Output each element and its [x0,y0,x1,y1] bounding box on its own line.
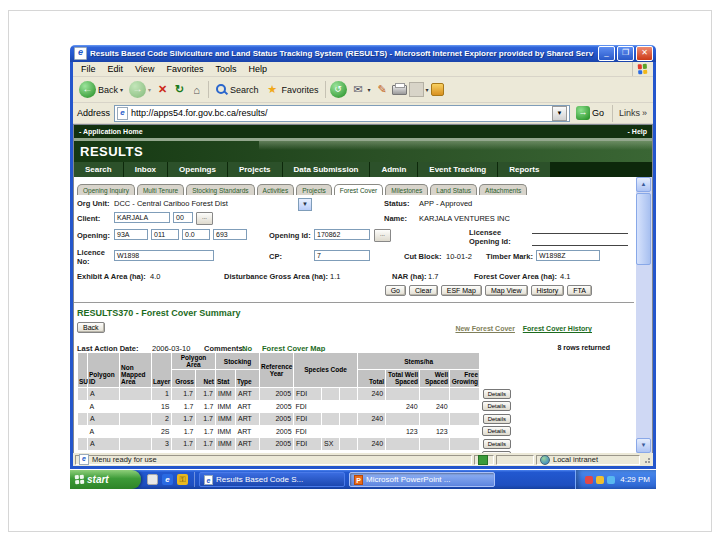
opening-id-browse-button[interactable]: ... [374,229,391,242]
map-view-button[interactable]: Map View [485,285,528,296]
opening-input-3[interactable]: 0.0 [182,229,210,240]
client-location-input[interactable]: 00 [173,212,193,223]
cell: ART [236,438,260,451]
nav-inbox[interactable]: Inbox [124,162,167,177]
tray-update-icon[interactable] [596,476,604,484]
minimize-button[interactable]: _ [598,46,615,61]
nav-event-tracking[interactable]: Event Tracking [418,162,497,177]
details-button[interactable]: Details [483,414,511,424]
cell [340,425,358,438]
licensee-opening-id-input-1[interactable] [532,224,628,234]
stop-icon[interactable]: ✕ [155,82,170,97]
start-button[interactable]: start [70,470,141,489]
address-input[interactable]: e http://apps54.for.gov.bc.ca/results/ ▼ [114,105,570,122]
menu-item-tools[interactable]: Tools [209,64,242,74]
cell [322,425,340,438]
favorites-button[interactable]: ★ Favorites [263,82,321,97]
tab-projects[interactable]: Projects [296,184,331,195]
nav-reports[interactable]: Reports [498,162,550,177]
details-button[interactable]: Details [482,401,510,411]
go-button[interactable]: Go [385,285,406,296]
back-button[interactable]: ← Back ▾ [77,81,125,98]
nav-projects[interactable]: Projects [228,162,282,177]
scroll-down-icon[interactable]: ▼ [636,438,651,453]
refresh-icon[interactable]: ↻ [172,82,187,97]
menu-item-edit[interactable]: Edit [102,64,130,74]
new-forest-cover-link[interactable]: New Forest Cover [455,325,515,332]
rows-returned: 8 rows returned [557,344,610,351]
details-button[interactable]: Details [482,451,510,453]
opening-id-input[interactable]: 170862 [314,229,370,240]
history-icon[interactable]: ↺ [330,81,347,98]
details-button[interactable]: Details [482,426,510,436]
forest-cover-history-link[interactable]: Forest Cover History [523,325,592,332]
taskbar-task-2[interactable]: PMicrosoft PowerPoint ... [349,472,495,487]
tab-activities[interactable]: Activities [257,184,295,195]
close-button[interactable]: ✕ [636,46,653,61]
history-button[interactable]: History [531,285,565,296]
search-button[interactable]: Search [213,83,261,96]
nav-openings[interactable]: Openings [168,162,227,177]
home-icon[interactable]: ⌂ [189,82,204,97]
tab-land-status[interactable]: Land Status [430,184,477,195]
tab-multi-tenure[interactable]: Multi Tenure [137,184,184,195]
nav-search[interactable]: Search [74,162,123,177]
edit-icon[interactable]: ✎ [375,82,390,97]
tab-stocking-standards[interactable]: Stocking Standards [186,184,254,195]
tray-messenger-icon[interactable] [585,476,593,484]
taskbar-task-1[interactable]: eResults Based Code S... [199,472,345,487]
scroll-up-icon[interactable]: ▲ [636,177,651,192]
go-button[interactable]: → Go [574,106,606,120]
clear-button[interactable]: Clear [409,285,438,296]
scrollbar-thumb[interactable] [636,193,651,265]
back-page-button[interactable]: Back [77,322,105,333]
opening-input-4[interactable]: 693 [213,229,247,240]
restore-button[interactable]: ❐ [617,46,634,61]
vertical-scrollbar[interactable]: ▲ ▼ [636,177,652,453]
main-nav: SearchInboxOpeningsProjectsData Submissi… [74,162,652,177]
nav-admin[interactable]: Admin [370,162,417,177]
menu-item-view[interactable]: View [129,64,160,74]
print-icon[interactable] [392,85,407,95]
opening-mapsheet-input[interactable]: 93A [114,229,148,240]
licence-no-input[interactable]: W1898 [114,250,214,261]
licensee-opening-id-input-2[interactable] [532,236,628,246]
timber-mark-input[interactable]: W1898Z [536,250,600,261]
nav-data-submission[interactable]: Data Submission [283,162,370,177]
client-input[interactable]: KARJALA [114,212,170,223]
application-home-link[interactable]: - Application Home [79,128,143,135]
quick-launch-ie-icon[interactable]: e [162,474,173,485]
quick-launch-lock-icon[interactable]: ⚿ [177,474,188,485]
table-row: A2S1.71.7IMMART2005FDI123123Details [78,425,514,438]
tab-forest-cover[interactable]: Forest Cover [334,184,384,195]
cp-input[interactable]: 7 [314,250,370,261]
back-dropdown-icon[interactable]: ▾ [120,86,123,93]
mail-button[interactable]: ✉ ▾ [349,82,373,97]
cell: ART [236,450,260,453]
opening-input-2[interactable]: 011 [151,229,179,240]
tab-milestones[interactable]: Milestones [385,184,428,195]
details-button[interactable]: Details [483,389,511,399]
cell: 2S [152,425,172,438]
esf-map-button[interactable]: ESF Map [441,285,482,296]
tray-network-icon[interactable] [607,476,615,484]
messenger-icon[interactable] [431,83,444,96]
quick-launch-desktop-icon[interactable] [147,474,158,485]
cell: IMM [216,413,236,426]
menu-item-help[interactable]: Help [242,64,273,74]
clock: 4:29 PM [618,475,650,484]
menu-item-file[interactable]: File [75,64,102,74]
tab-opening-inquiry[interactable]: Opening Inquiry [77,184,135,195]
details-button[interactable]: Details [483,439,511,449]
help-link[interactable]: - Help [628,128,647,135]
fta-button[interactable]: FTA [567,285,592,296]
menu-item-favorites[interactable]: Favorites [160,64,209,74]
org-unit-dropdown-icon[interactable]: ▼ [298,198,312,211]
client-browse-button[interactable]: ... [196,212,213,225]
resize-grip[interactable] [642,455,651,464]
forward-button[interactable]: → ▾ [127,81,153,98]
cell: FDI [294,387,322,400]
links-menu[interactable]: Links » [619,108,649,118]
tab-attachments[interactable]: Attachments [479,184,527,195]
address-dropdown-icon[interactable]: ▼ [552,106,567,121]
